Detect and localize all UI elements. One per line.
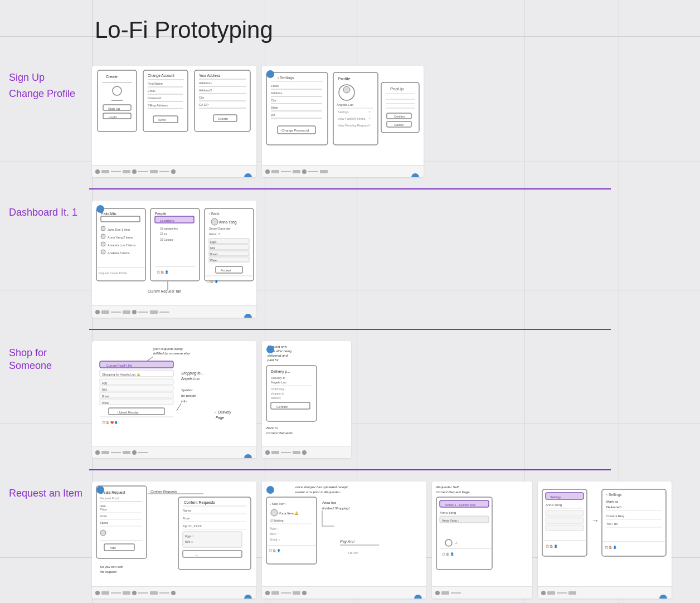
svg-text:Items: 7: Items: 7 (209, 232, 220, 236)
svg-text:Accept: Accept (221, 269, 231, 272)
svg-text:‹ Settings: ‹ Settings (278, 76, 294, 80)
svg-point-77 (101, 234, 105, 239)
shopfor-wireframe-1[interactable]: your requests being fulfilled by someone… (92, 341, 256, 458)
svg-text:Water: Water (102, 401, 109, 405)
svg-text:📋  🏠  👤: 📋 🏠 👤 (442, 552, 454, 556)
svg-text:Address: Address (271, 91, 282, 95)
dashboard-blue-dot (244, 314, 252, 318)
svg-text:People: People (155, 212, 167, 216)
signup-label: Sign Up (9, 71, 92, 84)
svg-text:Youa Item 🔔: Youa Item 🔔 (279, 511, 299, 516)
svg-text:Delivery p...: Delivery p... (271, 369, 290, 374)
svg-text:Bread □: Bread □ (270, 538, 280, 541)
request-wireframe-2[interactable]: once shopper has uploaded receipt, rende… (262, 482, 426, 599)
signup-wireframe-1[interactable]: Create Sign Up Login Change Account (92, 66, 256, 177)
svg-text:Change Password: Change Password (281, 129, 309, 132)
svg-text:your requests being: your requests being (153, 347, 183, 351)
svg-text:the request: the request (100, 570, 116, 573)
svg-text:Anna Yang: Anna Yang (219, 220, 237, 225)
svg-text:☑ Waiting: ☑ Waiting (270, 519, 284, 522)
svg-text:Specs: Specs (100, 521, 109, 524)
svg-text:paid for: paid for (267, 358, 279, 362)
svg-text:Shopping fo...: Shopping fo... (181, 371, 203, 376)
signup-blue-dot-2 (411, 173, 419, 177)
signup-wireframe-2[interactable]: ‹ Settings Email Address City State Zip (262, 66, 424, 177)
svg-text:→ Delivery: → Delivery (213, 410, 232, 415)
svg-text:Locations: Locations (160, 219, 174, 222)
request-sketch-1: Create Request Request Food... Item Pric… (92, 482, 256, 586)
svg-text:Egg: Egg (102, 381, 107, 385)
svg-text:Content Req...: Content Req... (606, 514, 626, 518)
svg-text:Address1: Address1 (199, 81, 212, 85)
dashboard-section: Dashboard It. 1 Palo Alto Jane Doe 1 ite… (0, 189, 700, 329)
page-container: Lo-Fi Prototyping Sign Up Change Profile… (0, 0, 700, 603)
dashboard-wireframes: Palo Alto Jane Doe 1 item Anna Yang 2 it… (92, 201, 700, 318)
svg-text:address: address (271, 396, 281, 400)
svg-rect-228 (546, 518, 584, 523)
request-wireframe-3[interactable]: Requester Self Current Request Page Smar… (432, 482, 532, 599)
svg-text:Email: Email (271, 84, 279, 87)
svg-text:Current Request Tab: Current Request Tab (148, 289, 181, 294)
request-wireframe-4[interactable]: Settings Anna Yong 📋 🏠 👤 → (538, 482, 672, 599)
svg-text:Name: Name (183, 509, 191, 512)
svg-rect-121 (100, 379, 173, 385)
svg-rect-125 (100, 392, 173, 398)
svg-text:☑ F2: ☑ F2 (160, 232, 167, 236)
svg-text:Amanda Luo   2 items: Amanda Luo 2 items (108, 244, 136, 247)
svg-text:Billing Address: Billing Address (148, 104, 168, 107)
svg-rect-0 (98, 70, 137, 132)
svg-text:Email: Email (148, 89, 155, 93)
svg-text:City: City (271, 99, 276, 102)
request-blue-dot-2 (414, 595, 422, 599)
svg-text:Settings: Settings (338, 110, 349, 114)
request-toolbar-3 (432, 586, 532, 599)
svg-text:Address2: Address2 (199, 89, 212, 92)
svg-text:shopper to: shopper to (271, 392, 284, 395)
svg-text:Confirm: Confirm (276, 405, 288, 409)
svg-line-138 (177, 403, 181, 411)
svg-text:Angela Luo: Angela Luo (181, 377, 200, 381)
svg-text:Upload Receipt: Upload Receipt (118, 411, 139, 414)
svg-text:→: → (591, 516, 599, 525)
svg-text:Save: Save (158, 118, 166, 121)
svg-text:Current Req/Fl..Re: Current Req/Fl..Re (106, 364, 132, 367)
svg-text:Delivered!: Delivered! (606, 505, 621, 509)
svg-text:State: State (271, 106, 278, 109)
svg-text:Anabela   3 items: Anabela 3 items (108, 251, 130, 255)
svg-text:☑ Costco: ☑ Costco (160, 238, 173, 241)
svg-text:📋  🏠  👤: 📋 🏠 👤 (546, 544, 558, 548)
request-blue-dot-tl-2 (266, 486, 274, 494)
svg-text:Milk: Milk (102, 388, 107, 391)
svg-text:Current Request Page: Current Request Page (436, 490, 470, 494)
svg-point-79 (101, 242, 105, 246)
page-title: Lo-Fi Prototyping (95, 11, 700, 43)
signup-toolbar-1 (92, 165, 256, 177)
svg-text:Your Address: Your Address (199, 74, 221, 77)
svg-text:confirming...: confirming... (271, 387, 286, 391)
svg-text:Smart-Saturday: Smart-Saturday (209, 227, 231, 230)
dashboard-label: Dashboard It. 1 (9, 206, 92, 219)
svg-text:‹ Sub-Item: ‹ Sub-Item (270, 502, 285, 505)
svg-text:Mark as: Mark as (606, 500, 618, 503)
dashboard-wireframe-1[interactable]: Palo Alto Jane Doe 1 item Anna Yang 2 it… (92, 201, 256, 318)
svg-text:📋 🏠 👤: 📋 🏠 👤 (269, 549, 281, 553)
svg-text:fulfilled by someone else: fulfilled by someone else (153, 352, 190, 355)
svg-rect-229 (546, 525, 584, 531)
shopfor-wireframe-2[interactable]: Request only done after being delivered … (262, 341, 351, 458)
svg-text:...: ... (195, 553, 198, 556)
svg-point-53 (343, 86, 350, 93)
svg-text:Eggs: Eggs (210, 240, 217, 244)
signup-blue-dot-tl (266, 70, 274, 78)
signup-toolbar-2 (262, 165, 424, 177)
svg-text:Shopping for Angela Luo 🔔: Shopping for Angela Luo 🔔 (102, 372, 140, 377)
svg-text:›: › (369, 123, 371, 128)
dashboard-label-col: Dashboard It. 1 (0, 201, 92, 219)
svg-text:PopUp: PopUp (390, 86, 404, 91)
svg-text:Content Requests: Content Requests (184, 500, 216, 505)
svg-rect-123 (100, 386, 173, 391)
request-blue-dot-1 (244, 595, 252, 599)
shopfor-toolbar-1 (92, 446, 256, 458)
request-wireframe-1[interactable]: Create Request Request Food... Item Pric… (92, 482, 256, 599)
request-sketch-3: Requester Self Current Request Page Smar… (432, 482, 532, 586)
shopfor-blue-dot-tl (266, 346, 274, 353)
